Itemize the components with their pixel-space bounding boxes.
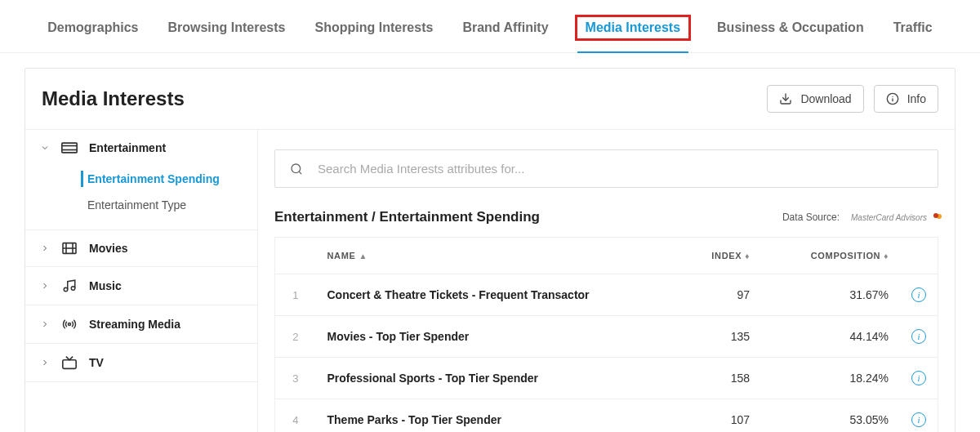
row-composition: 53.05% (761, 399, 900, 433)
row-info-icon[interactable]: i (911, 412, 926, 427)
svg-point-13 (69, 323, 71, 326)
info-icon (886, 92, 899, 105)
tab-browsing-interests[interactable]: Browsing Interests (164, 16, 288, 40)
svg-rect-14 (63, 360, 76, 369)
tab-shopping-interests[interactable]: Shopping Interests (311, 16, 436, 40)
datasource-name: MasterCard Advisors (851, 213, 938, 222)
search-input[interactable] (318, 162, 923, 176)
sidebar-item-label: Streaming Media (89, 318, 180, 331)
row-index: 97 (663, 274, 761, 316)
column-composition[interactable]: COMPOSITION♦ (761, 238, 900, 274)
breadcrumb: Entertainment / Entertainment Spending (274, 209, 540, 225)
sidebar-item-label: Movies (89, 242, 127, 255)
tv-icon (61, 355, 78, 370)
download-icon (779, 92, 792, 105)
row-name: Concert & Theatre Tickets - Frequent Tra… (316, 274, 664, 316)
sidebar-item-entertainment[interactable]: Entertainment (25, 130, 257, 166)
column-index[interactable]: INDEX♦ (663, 238, 761, 274)
info-label: Info (907, 92, 926, 105)
sidebar-item-label: Entertainment (89, 141, 166, 154)
tab-brand-affinity[interactable]: Brand Affinity (459, 16, 551, 40)
table-row: 2Movies - Top Tier Spender13544.14%i (275, 316, 938, 358)
page-title: Media Interests (42, 87, 185, 110)
tab-media-interests[interactable]: Media Interests (575, 15, 691, 41)
music-icon (61, 278, 78, 293)
sidebar-item-label: Music (89, 279, 122, 292)
chevron-right-icon (40, 319, 50, 329)
svg-rect-4 (62, 143, 77, 153)
tab-demographics[interactable]: Demographics (44, 16, 141, 40)
chevron-right-icon (40, 243, 50, 253)
svg-point-12 (71, 287, 75, 291)
info-button[interactable]: Info (874, 85, 938, 113)
movies-icon (61, 242, 78, 255)
top-navigation: Demographics Browsing Interests Shopping… (0, 0, 980, 53)
entertainment-icon (61, 142, 78, 154)
row-name: Movies - Top Tier Spender (316, 316, 664, 358)
chevron-down-icon (40, 143, 50, 153)
category-sidebar: Entertainment Entertainment Spending Ent… (25, 130, 258, 432)
row-info-icon[interactable]: i (911, 371, 926, 385)
svg-point-15 (292, 164, 301, 173)
download-button[interactable]: Download (767, 85, 863, 113)
row-composition: 44.14% (761, 316, 900, 358)
tab-business-occupation[interactable]: Business & Occupation (714, 16, 867, 40)
row-composition: 18.24% (761, 358, 900, 399)
sidebar-subitem-entertainment-type[interactable]: Entertainment Type (25, 192, 257, 218)
row-number: 2 (275, 316, 316, 358)
svg-line-16 (299, 171, 301, 174)
svg-point-11 (64, 287, 68, 292)
row-number: 3 (275, 358, 316, 399)
row-index: 158 (663, 358, 761, 399)
row-name: Professional Sports - Top Tier Spender (316, 358, 664, 399)
sidebar-item-movies[interactable]: Movies (25, 230, 257, 266)
chevron-right-icon (40, 358, 50, 367)
datasource-label: Data Source: (782, 212, 840, 223)
row-index: 107 (663, 399, 761, 433)
search-icon (290, 163, 303, 176)
row-number: 4 (275, 399, 316, 433)
row-info-icon[interactable]: i (911, 287, 926, 302)
table-row: 1Concert & Theatre Tickets - Frequent Tr… (275, 274, 938, 316)
row-name: Theme Parks - Top Tier Spender (316, 399, 664, 433)
media-interests-card: Media Interests Download Info (24, 68, 956, 432)
sort-icon: ♦ (884, 252, 889, 261)
column-name[interactable]: NAME▲ (316, 238, 664, 274)
row-info-icon[interactable]: i (911, 329, 926, 344)
table-row: 3Professional Sports - Top Tier Spender1… (275, 358, 938, 399)
attributes-table: NAME▲ INDEX♦ COMPOSITION♦ 1Concert & The… (274, 237, 938, 432)
streaming-icon (61, 317, 78, 332)
search-wrapper (274, 149, 938, 188)
sidebar-item-streaming-media[interactable]: Streaming Media (25, 305, 257, 343)
main-content: Entertainment / Entertainment Spending D… (258, 130, 955, 432)
sort-icon: ♦ (745, 252, 750, 261)
chevron-right-icon (40, 281, 50, 291)
sidebar-item-tv[interactable]: TV (25, 344, 257, 381)
row-composition: 31.67% (761, 274, 900, 316)
tab-traffic[interactable]: Traffic (890, 16, 936, 40)
row-index: 135 (663, 316, 761, 358)
download-label: Download (800, 92, 851, 105)
sidebar-item-music[interactable]: Music (25, 267, 257, 305)
table-row: 4Theme Parks - Top Tier Spender10753.05%… (275, 399, 938, 433)
row-number: 1 (275, 274, 316, 316)
sidebar-item-label: TV (89, 356, 104, 369)
sort-asc-icon: ▲ (359, 252, 368, 261)
sidebar-subitem-entertainment-spending[interactable]: Entertainment Spending (25, 166, 257, 192)
